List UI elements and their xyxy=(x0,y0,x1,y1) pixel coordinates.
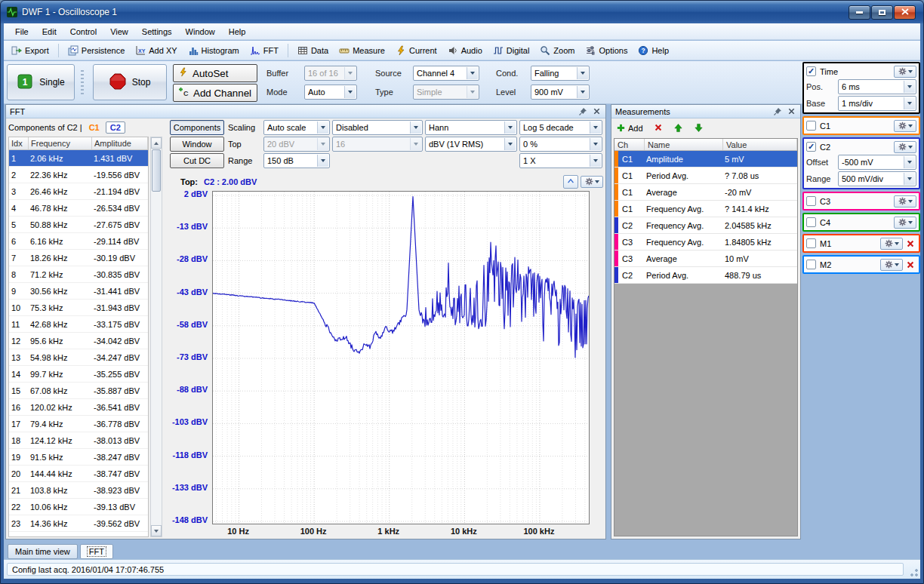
components-button[interactable]: Components xyxy=(170,120,224,135)
fft-column-header-amplitude[interactable]: Amplitude xyxy=(92,137,148,149)
cond-select[interactable]: Falling xyxy=(531,66,590,81)
fft-component-row[interactable]: 1075.3 kHz-31.943 dBV xyxy=(9,300,148,316)
time-checkbox[interactable]: ✓ xyxy=(806,66,816,76)
measurement-delete-button[interactable] xyxy=(651,122,665,134)
level-select[interactable]: 900 mV xyxy=(531,85,590,100)
resize-grip[interactable] xyxy=(909,567,919,577)
window-button[interactable]: Window xyxy=(170,137,224,152)
menu-help[interactable]: Help xyxy=(222,25,253,38)
fft-component-row[interactable]: 550.88 kHz-27.675 dBV xyxy=(9,217,148,233)
minimize-button[interactable] xyxy=(849,5,870,20)
fft-auto-scale-select[interactable]: Auto scale xyxy=(263,120,330,135)
fft-component-row[interactable]: 1354.98 kHz-34.247 dBV xyxy=(9,349,148,366)
fft-component-row[interactable]: 1295.6 kHz-34.042 dBV xyxy=(9,333,148,349)
fft-component-row[interactable]: 871.2 kHz-30.835 dBV xyxy=(9,266,148,283)
buffer-select[interactable]: 16 of 16 xyxy=(304,66,357,81)
m1-delete-button[interactable] xyxy=(904,238,916,250)
fft-log-5-decade-select[interactable]: Log 5 decade xyxy=(519,120,602,135)
fft-column-header-frequency[interactable]: Frequency xyxy=(29,137,92,149)
titlebar[interactable]: DWF 1 - Oscilloscope 1 xyxy=(1,1,923,23)
fft-component-row[interactable]: 21103.8 kHz-38.923 dBV xyxy=(9,482,148,499)
m1-settings-button[interactable] xyxy=(880,238,903,250)
fft-component-row[interactable]: 1499.7 kHz-35.255 dBV xyxy=(9,366,148,383)
toolbar-current[interactable]: Current xyxy=(391,44,442,57)
type-select[interactable]: Simple xyxy=(413,85,479,100)
fft-150-db-select[interactable]: 150 dB xyxy=(263,153,330,168)
fft-component-row[interactable]: 20144.44 kHz-38.747 dBV xyxy=(9,466,148,482)
toolbar-digital[interactable]: Digital xyxy=(488,44,534,57)
menu-control[interactable]: Control xyxy=(63,25,103,38)
time-settings-button[interactable] xyxy=(894,66,916,78)
plot-settings-button[interactable] xyxy=(581,176,603,188)
add-channel-button[interactable]: C Add Channel xyxy=(173,84,257,102)
fft-panel-titlebar[interactable]: FFT xyxy=(6,105,605,118)
measurement-row[interactable]: C1Frequency Avg.? 141.4 kHz xyxy=(614,201,797,217)
fft-component-row[interactable]: 446.78 kHz-26.534 dBV xyxy=(9,200,148,217)
menu-file[interactable]: File xyxy=(8,25,35,38)
toolbar-grip[interactable] xyxy=(81,70,84,94)
time-pos-select[interactable]: 6 ms xyxy=(838,79,916,94)
collapse-button[interactable] xyxy=(563,175,578,189)
components-channel-tab-c2[interactable]: C2 xyxy=(106,121,125,134)
fft-table-scrollbar[interactable] xyxy=(150,137,162,537)
measurement-row[interactable]: C1Average-20 mV xyxy=(614,184,797,201)
scrollbar-thumb[interactable] xyxy=(152,149,161,192)
fft-component-row[interactable]: 1142.68 kHz-33.175 dBV xyxy=(9,316,148,333)
fft-disabled-select[interactable]: Disabled xyxy=(332,120,423,135)
fft-component-row[interactable]: 718.26 kHz-30.19 dBV xyxy=(9,250,148,266)
menu-edit[interactable]: Edit xyxy=(35,25,63,38)
single-button[interactable]: 1 Single xyxy=(7,64,75,100)
c3-settings-button[interactable] xyxy=(894,195,916,207)
toolbar-measure[interactable]: Measure xyxy=(334,44,390,57)
toolbar-options[interactable]: Options xyxy=(581,44,632,57)
time-base-select[interactable]: 1 ms/div xyxy=(838,96,916,111)
tab-fft[interactable]: FFT xyxy=(80,544,113,559)
fft-component-row[interactable]: 12.06 kHz1.431 dBV xyxy=(9,150,148,167)
menu-view[interactable]: View xyxy=(103,25,135,38)
stop-button[interactable]: Stop xyxy=(93,64,167,100)
measurements-column-header-ch[interactable]: Ch xyxy=(614,139,645,150)
source-select[interactable]: Channel 4 xyxy=(413,66,479,81)
toolbar-add-xy[interactable]: XYAdd XY xyxy=(131,44,181,57)
maximize-button[interactable] xyxy=(871,5,893,20)
c3-checkbox[interactable] xyxy=(806,196,816,206)
measurements-column-header-value[interactable]: Value xyxy=(723,139,797,150)
c2-checkbox[interactable]: ✓ xyxy=(806,142,816,152)
measurement-row[interactable]: C2Frequency Avg.2.04585 kHz xyxy=(614,217,797,234)
c2-settings-button[interactable] xyxy=(894,141,916,153)
menu-window[interactable]: Window xyxy=(179,25,222,38)
measurement-row[interactable]: C2Period Avg.488.79 us xyxy=(614,267,797,284)
m1-checkbox[interactable] xyxy=(806,238,816,248)
c2-offset-select[interactable]: -500 mV xyxy=(838,155,916,170)
fft-component-row[interactable]: 222.36 kHz-19.556 dBV xyxy=(9,167,148,183)
scroll-up-button[interactable] xyxy=(151,137,162,149)
fft-plot[interactable] xyxy=(212,191,590,524)
c1-checkbox[interactable] xyxy=(806,121,816,131)
fft-component-row[interactable]: 66.16 kHz-29.114 dBV xyxy=(9,233,148,250)
tab-main-time-view[interactable]: Main time view xyxy=(8,544,78,559)
scroll-down-button[interactable] xyxy=(151,525,162,536)
c1-settings-button[interactable] xyxy=(894,120,916,132)
m2-delete-button[interactable] xyxy=(904,259,916,271)
mode-select[interactable]: Auto xyxy=(304,85,357,100)
autoset-button[interactable]: AutoSet xyxy=(173,64,257,82)
measurements-pin-button[interactable] xyxy=(772,106,783,117)
measurements-column-header-name[interactable]: Name xyxy=(645,139,723,150)
close-button[interactable] xyxy=(894,5,916,20)
toolbar-data[interactable]: Data xyxy=(293,44,333,57)
measurement-move-up-button[interactable] xyxy=(671,122,685,135)
fft-column-header-idx[interactable]: Idx xyxy=(9,137,29,149)
fft-1-x-select[interactable]: 1 X xyxy=(519,153,602,168)
measurement-move-down-button[interactable] xyxy=(691,122,706,135)
fft-dbv-1v-rms-select[interactable]: dBV (1V RMS) xyxy=(425,137,517,152)
fft-component-row[interactable]: 1991.5 kHz-38.247 dBV xyxy=(9,449,148,466)
toolbar-zoom[interactable]: Zoom xyxy=(535,44,579,57)
measurement-row[interactable]: C3Average10 mV xyxy=(614,251,797,267)
measurement-row[interactable]: C3Frequency Avg.1.84805 kHz xyxy=(614,234,797,251)
toolbar-histogram[interactable]: Histogram xyxy=(183,44,244,57)
toolbar-audio[interactable]: Audio xyxy=(443,44,487,57)
fft-20-dbv-select[interactable]: 20 dBV xyxy=(263,137,330,152)
c2-range-select[interactable]: 500 mV/div xyxy=(838,171,916,186)
menu-settings[interactable]: Settings xyxy=(135,25,179,38)
fft-component-row[interactable]: 2210.06 kHz-39.13 dBV xyxy=(9,499,148,515)
